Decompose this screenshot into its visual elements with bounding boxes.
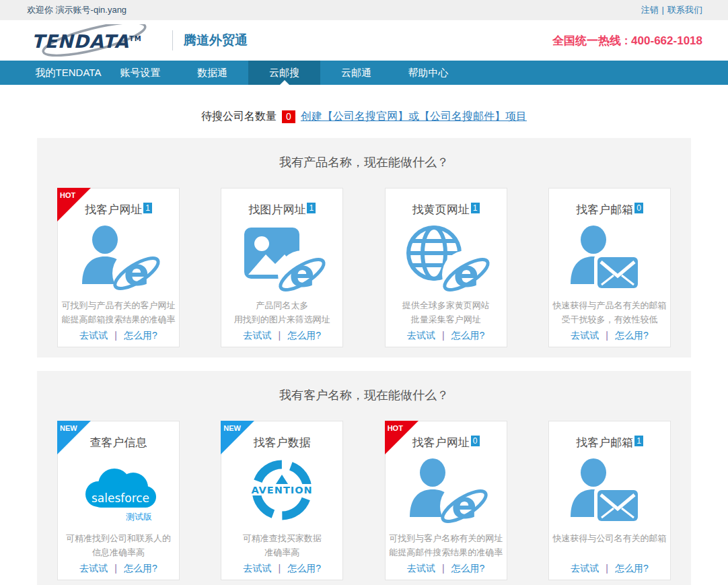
card-title-row: 找客户网址 0 [412, 435, 480, 450]
card-description: 可找到与产品有关的客户网址 能提高邮箱搜索结果的准确率 [62, 298, 176, 326]
card-description: 可精准找到公司和联系人的 信息准确率高 [66, 531, 171, 559]
how-to-use-link[interactable]: 怎么用? [451, 330, 485, 341]
svg-text:测试版: 测试版 [126, 512, 152, 522]
contact-us-link[interactable]: 联系我们 [667, 5, 702, 15]
nav-tab-label: 云邮搜 [269, 67, 299, 78]
logo-tm: TM [129, 35, 142, 42]
card-title-row: 查客户信息 [90, 435, 147, 450]
section-customer-name: 我有客户名称，现在能做什么？ NEW 查客户信息 salesforce 测试版 … [37, 371, 691, 585]
page: 欢迎你 演示账号-qin.yang 注销|联系我们 TENDATATM 腾道外贸… [0, 0, 728, 585]
try-it-link[interactable]: 去试试 [571, 563, 599, 574]
task-row: 待搜公司名数量 0 创建【公司名搜官网】或【公司名搜邮件】项目 [0, 108, 728, 125]
svg-text:e: e [124, 250, 149, 294]
card-title-row: 找图片网址 1 [248, 202, 316, 217]
card-icon [562, 219, 657, 298]
card-title: 找客户网址 [412, 435, 470, 450]
card-title: 找图片网址 [248, 202, 305, 217]
product-name: 腾道外贸通 [184, 32, 248, 49]
description-line-1: 提供全球多家黄页网站 [402, 298, 490, 312]
description-line-2: 能提高邮件搜索结果的准确率 [389, 545, 503, 559]
card-title-row: 找客户邮箱 1 [576, 435, 643, 450]
nav-tab[interactable]: 数据通 [176, 61, 248, 85]
card-icon [562, 452, 657, 531]
try-it-link[interactable]: 去试试 [407, 330, 435, 341]
card-description: 快速获得与产品名有关的邮箱 受干扰较多，有效性较低 [552, 298, 666, 326]
card-icon: AVENTION [235, 452, 329, 531]
try-it-link[interactable]: 去试试 [407, 563, 435, 574]
pending-count-badge: 0 [282, 110, 295, 123]
card-icon: e [399, 219, 493, 298]
welcome-text: 欢迎你 演示账号-qin.yang [27, 4, 126, 16]
top-bar: 欢迎你 演示账号-qin.yang 注销|联系我们 [0, 0, 728, 20]
how-to-use-link[interactable]: 怎么用? [124, 563, 157, 574]
card-title-row: 找客户邮箱 0 [576, 202, 643, 217]
header: TENDATATM 腾道外贸通 全国统一热线 : 400-662-1018 [0, 20, 728, 61]
nav-tab[interactable]: 账号设置 [104, 61, 176, 85]
action-separator: | [606, 330, 608, 341]
try-it-link[interactable]: 去试试 [244, 563, 272, 574]
section-product-name: 我有产品名称，现在能做什么？ HOT 找客户网址 1 e 可找到与产品有关的客户… [37, 138, 691, 357]
try-it-link[interactable]: 去试试 [79, 330, 108, 341]
logout-link[interactable]: 注销 [641, 5, 659, 15]
card-description: 快速获得与公司名有关的邮箱 [552, 531, 666, 559]
active-tab-caret-icon [280, 80, 289, 85]
svg-text:e: e [453, 251, 479, 295]
card-actions: 去试试|怎么用? [407, 330, 484, 342]
how-to-use-link[interactable]: 怎么用? [615, 563, 649, 574]
description-line-1: 可找到与客户名称有关的网址 [389, 531, 503, 545]
card-actions: 去试试|怎么用? [571, 330, 648, 342]
try-it-link[interactable]: 去试试 [244, 330, 272, 341]
cards-row: HOT 找客户网址 1 e 可找到与产品有关的客户网址 能提高邮箱搜索结果的准确… [37, 170, 691, 347]
nav-tab-label: 数据通 [197, 67, 227, 78]
description-line-2: 受干扰较多，有效性较低 [552, 312, 666, 326]
feature-card: NEW 找客户数据 AVENTION 可精准查找买家数据 准确率高 去试试|怎么… [221, 421, 343, 580]
card-description: 可找到与客户名称有关的网址 能提高邮件搜索结果的准确率 [389, 531, 503, 559]
card-title: 找客户邮箱 [576, 202, 633, 217]
card-title: 找客户数据 [254, 435, 311, 450]
card-title: 找客户网址 [85, 202, 142, 217]
how-to-use-link[interactable]: 怎么用? [287, 330, 321, 341]
ribbon: HOT [57, 188, 91, 221]
ribbon-label: NEW [60, 424, 77, 432]
description-line-1: 可精准查找买家数据 [243, 531, 322, 545]
description-line-2: 批量采集客户网址 [402, 312, 490, 326]
top-links: 注销|联系我们 [641, 4, 702, 16]
nav-tab-label: 我的TENDATA [36, 67, 102, 78]
action-separator: | [606, 563, 608, 574]
card-actions: 去试试|怎么用? [571, 563, 648, 575]
tendata-logo: TENDATATM [30, 24, 168, 57]
top-links-separator: | [662, 5, 664, 15]
feature-card: 找黄页网址 1 e 提供全球多家黄页网站 批量采集客户网址 去试试|怎么用? [385, 188, 507, 347]
description-line-1: 产品同名太多 [234, 298, 330, 312]
how-to-use-link[interactable]: 怎么用? [451, 563, 485, 574]
count-badge: 1 [143, 203, 152, 213]
nav-tab[interactable]: 我的TENDATA [32, 61, 104, 85]
action-separator: | [114, 563, 117, 574]
ribbon: NEW [221, 421, 254, 454]
description-line-2: 用找到的图片来筛选网址 [234, 312, 330, 326]
feature-card: HOT 找客户网址 0 e 可找到与客户名称有关的网址 能提高邮件搜索结果的准确… [385, 421, 507, 580]
feature-card: 找图片网址 1 e 产品同名太多 用找到的图片来筛选网址 去试试|怎么用? [221, 188, 343, 347]
try-it-link[interactable]: 去试试 [79, 563, 108, 574]
description-line-1: 快速获得与公司名有关的邮箱 [552, 531, 666, 545]
nav-tab[interactable]: 帮助中心 [392, 61, 464, 85]
try-it-link[interactable]: 去试试 [571, 330, 599, 341]
how-to-use-link[interactable]: 怎么用? [124, 330, 157, 341]
ribbon: HOT [385, 421, 418, 454]
nav-tab[interactable]: 云邮搜 [248, 61, 320, 85]
action-separator: | [114, 330, 117, 341]
description-line-1: 快速获得与产品名有关的邮箱 [552, 298, 666, 312]
description-line-1: 可找到与产品有关的客户网址 [62, 298, 176, 312]
card-actions: 去试试|怎么用? [244, 330, 321, 342]
nav-tab[interactable]: 云邮通 [320, 61, 392, 85]
how-to-use-link[interactable]: 怎么用? [615, 330, 649, 341]
card-description: 可精准查找买家数据 准确率高 [243, 531, 322, 559]
description-line-2: 信息准确率高 [66, 545, 171, 559]
description-line-2: 能提高邮箱搜索结果的准确率 [62, 312, 176, 326]
action-separator: | [279, 563, 281, 574]
how-to-use-link[interactable]: 怎么用? [287, 563, 321, 574]
description-line-2: 准确率高 [243, 545, 322, 559]
svg-text:AVENTION: AVENTION [252, 485, 313, 495]
create-project-link[interactable]: 创建【公司名搜官网】或【公司名搜邮件】项目 [301, 110, 527, 124]
card-actions: 去试试|怎么用? [79, 330, 157, 342]
